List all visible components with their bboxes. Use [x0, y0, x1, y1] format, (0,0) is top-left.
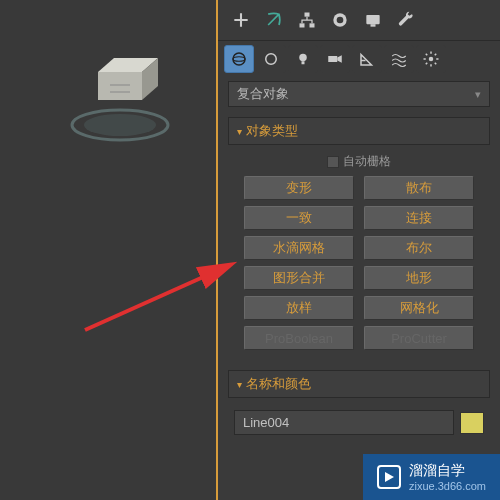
viewport-object[interactable]	[60, 40, 180, 160]
svg-rect-19	[328, 56, 337, 62]
boolean-button[interactable]: 布尔	[364, 236, 474, 260]
subcategory-dropdown[interactable]: 复合对象	[228, 81, 490, 107]
svg-point-17	[299, 54, 307, 62]
svg-rect-18	[302, 61, 305, 64]
object-color-swatch[interactable]	[460, 412, 484, 434]
shapemerge-button[interactable]: 图形合并	[244, 266, 354, 290]
spacewarps-category[interactable]	[384, 45, 414, 73]
dropdown-label: 复合对象	[237, 85, 289, 103]
play-icon	[377, 465, 401, 489]
object-type-rollout: 对象类型 自动栅格 变形 散布 一致 连接 水滴网格 布尔 图形合并 地形 放样	[228, 117, 490, 358]
panel-tabs	[218, 0, 500, 41]
svg-point-11	[337, 17, 344, 24]
svg-marker-2	[98, 72, 142, 100]
svg-point-14	[233, 53, 245, 65]
morph-button[interactable]: 变形	[244, 176, 354, 200]
object-type-header[interactable]: 对象类型	[228, 117, 490, 145]
shapes-category[interactable]	[256, 45, 286, 73]
svg-marker-24	[385, 472, 394, 482]
proboolean-button[interactable]: ProBoolean	[244, 326, 354, 350]
loft-button[interactable]: 放样	[244, 296, 354, 320]
watermark: 溜溜自学 zixue.3d66.com	[363, 454, 500, 500]
svg-marker-20	[337, 55, 342, 63]
svg-point-21	[429, 57, 434, 62]
svg-rect-9	[310, 23, 315, 27]
object-name-input[interactable]	[234, 410, 454, 435]
svg-point-15	[233, 57, 245, 62]
svg-rect-12	[366, 15, 379, 24]
name-color-header[interactable]: 名称和颜色	[228, 370, 490, 398]
lights-category[interactable]	[288, 45, 318, 73]
geometry-category[interactable]	[224, 45, 254, 73]
cameras-category[interactable]	[320, 45, 350, 73]
watermark-url: zixue.3d66.com	[409, 480, 486, 492]
viewport[interactable]	[0, 0, 218, 500]
svg-rect-7	[305, 13, 310, 17]
modify-tab[interactable]	[259, 6, 289, 34]
systems-category[interactable]	[416, 45, 446, 73]
motion-tab[interactable]	[325, 6, 355, 34]
svg-point-1	[84, 114, 156, 136]
scatter-button[interactable]: 散布	[364, 176, 474, 200]
command-panel: 复合对象 对象类型 自动栅格 变形 散布 一致 连接 水滴网格 布尔 图形合并	[218, 0, 500, 500]
procutter-button[interactable]: ProCutter	[364, 326, 474, 350]
create-categories	[218, 41, 500, 77]
name-color-rollout: 名称和颜色	[228, 370, 490, 447]
create-tab[interactable]	[226, 6, 256, 34]
blobmesh-button[interactable]: 水滴网格	[244, 236, 354, 260]
autogrid-label: 自动栅格	[343, 153, 391, 170]
watermark-brand: 溜溜自学	[409, 462, 486, 480]
autogrid-checkbox[interactable]	[327, 156, 339, 168]
helpers-category[interactable]	[352, 45, 382, 73]
svg-rect-8	[300, 23, 305, 27]
svg-rect-13	[371, 24, 376, 26]
autogrid-row: 自动栅格	[232, 153, 486, 170]
svg-point-16	[266, 54, 277, 65]
connect-button[interactable]: 连接	[364, 206, 474, 230]
terrain-button[interactable]: 地形	[364, 266, 474, 290]
conform-button[interactable]: 一致	[244, 206, 354, 230]
mesher-button[interactable]: 网格化	[364, 296, 474, 320]
hierarchy-tab[interactable]	[292, 6, 322, 34]
utilities-tab[interactable]	[391, 6, 421, 34]
display-tab[interactable]	[358, 6, 388, 34]
